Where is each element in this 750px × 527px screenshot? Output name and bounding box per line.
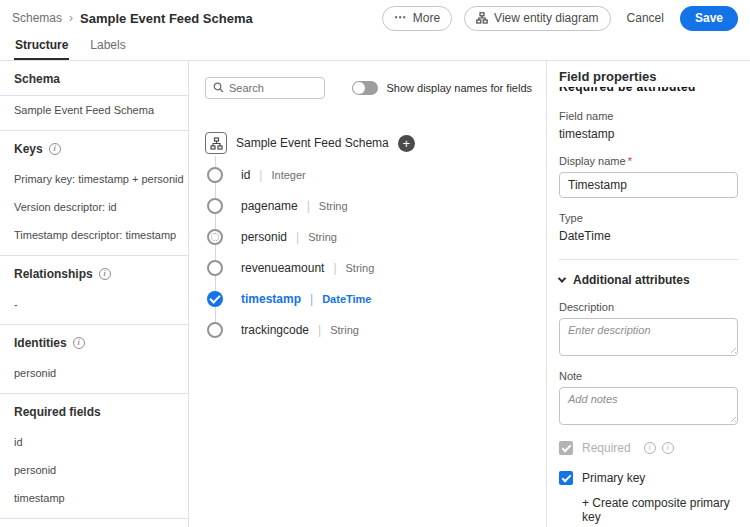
field-type: String	[330, 324, 359, 336]
note-field-wrap	[559, 387, 738, 425]
view-entity-diagram-button[interactable]: View entity diagram	[464, 6, 611, 31]
required-checkbox-row[interactable]: Required i i	[559, 441, 738, 455]
schema-editor-window: Schemas › Sample Event Feed Schema ⋯ Mor…	[0, 0, 750, 527]
relationships-item: -	[0, 290, 188, 318]
note-label: Note	[559, 370, 738, 382]
field-row-revenueamount[interactable]: revenueamount | String	[205, 252, 546, 283]
selected-check-icon[interactable]	[207, 291, 223, 307]
tree-toolbar: Show display names for fields	[205, 77, 546, 99]
section-relationships-title: Relationships i	[0, 267, 188, 290]
entity-diagram-icon	[476, 12, 488, 24]
section-identities-label: Identities	[14, 336, 67, 350]
tab-structure[interactable]: Structure	[14, 36, 69, 60]
section-keys: Keys i Primary key: timestamp + personid…	[0, 131, 188, 256]
required-item-id: id	[0, 428, 188, 456]
additional-attributes-toggle[interactable]: Additional attributes	[559, 273, 738, 287]
primary-key-checkbox[interactable]	[559, 471, 573, 485]
relationships-info-icon[interactable]: i	[99, 268, 111, 280]
header-actions: ⋯ More View entity diagram Cancel Save	[382, 6, 738, 31]
required-checkbox[interactable]	[559, 441, 573, 455]
breadcrumb-schemas[interactable]: Schemas	[12, 11, 62, 25]
display-name-label-text: Display name	[559, 155, 626, 167]
tree-root-name: Sample Event Feed Schema	[236, 136, 389, 150]
required-checkbox-label: Required	[582, 441, 631, 455]
add-field-button[interactable]: +	[398, 135, 415, 152]
section-relationships: Relationships i -	[0, 256, 188, 325]
field-properties-title: Field properties	[559, 69, 738, 84]
primary-key-label: Primary key	[582, 471, 645, 485]
field-name: timestamp	[241, 292, 301, 306]
field-search-box[interactable]	[205, 77, 325, 99]
field-type: String	[319, 200, 348, 212]
note-textarea[interactable]	[559, 387, 738, 425]
type-value: DateTime	[559, 229, 738, 243]
field-name-value: timestamp	[559, 127, 738, 141]
chevron-down-icon	[558, 274, 566, 282]
field-radio-icon[interactable]	[207, 260, 223, 276]
identity-field-icon[interactable]	[207, 229, 223, 245]
additional-attributes-label: Additional attributes	[573, 273, 690, 287]
display-names-toggle-group[interactable]: Show display names for fields	[352, 81, 532, 95]
primary-key-checkbox-row[interactable]: Primary key	[559, 471, 738, 485]
type-label: Type	[559, 212, 738, 224]
required-help-icon[interactable]: i	[662, 442, 674, 454]
section-schema-title: Schema	[0, 72, 188, 95]
type-separator: |	[333, 261, 336, 275]
type-separator: |	[296, 230, 299, 244]
tab-labels[interactable]: Labels	[89, 36, 126, 60]
field-name: personid	[241, 230, 287, 244]
keys-item-timestamp: Timestamp descriptor: timestamp	[0, 221, 188, 249]
toggle-knob	[353, 82, 365, 94]
schema-icon[interactable]	[205, 132, 227, 154]
create-composite-primary-key-link[interactable]: + Create composite primary key	[582, 496, 738, 524]
identities-item: personid	[0, 359, 188, 387]
field-row-timestamp-selected[interactable]: timestamp | DateTime	[205, 283, 546, 314]
field-type: Integer	[271, 169, 305, 181]
required-info-icon[interactable]: i	[644, 442, 656, 454]
tree-root-row[interactable]: Sample Event Feed Schema +	[205, 131, 546, 155]
save-button[interactable]: Save	[680, 6, 738, 31]
field-row-personid[interactable]: personid | String	[205, 221, 546, 252]
section-required-fields: Required fields id personid timestamp	[0, 394, 188, 519]
top-bar: Schemas › Sample Event Feed Schema ⋯ Mor…	[0, 0, 750, 36]
field-row-pagename[interactable]: pagename | String	[205, 190, 546, 221]
content: Schema Sample Event Feed Schema Keys i P…	[0, 61, 750, 527]
schema-structure-panel: Show display names for fields Sample Eve…	[189, 61, 546, 527]
field-row-trackingcode[interactable]: trackingcode | String	[205, 314, 546, 345]
identities-info-icon[interactable]: i	[73, 337, 85, 349]
search-icon	[213, 79, 224, 97]
required-asterisk: *	[628, 155, 632, 167]
section-identities-title: Identities i	[0, 336, 188, 359]
display-names-toggle[interactable]	[352, 81, 378, 95]
description-textarea[interactable]	[559, 318, 738, 356]
section-keys-label: Keys	[14, 142, 43, 156]
tab-bar: Structure Labels	[0, 36, 750, 60]
type-separator: |	[307, 199, 310, 213]
keys-info-icon[interactable]: i	[49, 143, 61, 155]
search-input[interactable]	[229, 82, 317, 94]
schema-name-item[interactable]: Sample Event Feed Schema	[0, 96, 188, 124]
more-button[interactable]: ⋯ More	[382, 6, 452, 31]
required-icons: i i	[644, 442, 674, 454]
field-name-label: Field name	[559, 110, 738, 122]
section-keys-title: Keys i	[0, 142, 188, 165]
section-schema: Schema Sample Event Feed Schema	[0, 61, 188, 131]
field-row-id[interactable]: id | Integer	[205, 159, 546, 190]
type-separator: |	[259, 168, 262, 182]
cancel-button[interactable]: Cancel	[623, 6, 668, 31]
keys-item-version: Version descriptor: id	[0, 193, 188, 221]
divider	[559, 259, 738, 260]
section-required-title: Required fields	[0, 405, 188, 428]
page-title: Sample Event Feed Schema	[80, 11, 253, 26]
header: Schemas › Sample Event Feed Schema ⋯ Mor…	[0, 0, 750, 61]
description-label: Description	[559, 301, 738, 313]
field-radio-icon[interactable]	[207, 322, 223, 338]
more-button-label: More	[413, 11, 440, 25]
schema-summary-sidebar: Schema Sample Event Feed Schema Keys i P…	[0, 61, 189, 527]
type-separator: |	[318, 323, 321, 337]
field-radio-icon[interactable]	[207, 198, 223, 214]
field-type: DateTime	[322, 293, 371, 305]
display-name-input[interactable]	[559, 172, 738, 198]
field-type: String	[308, 231, 337, 243]
field-radio-icon[interactable]	[207, 167, 223, 183]
